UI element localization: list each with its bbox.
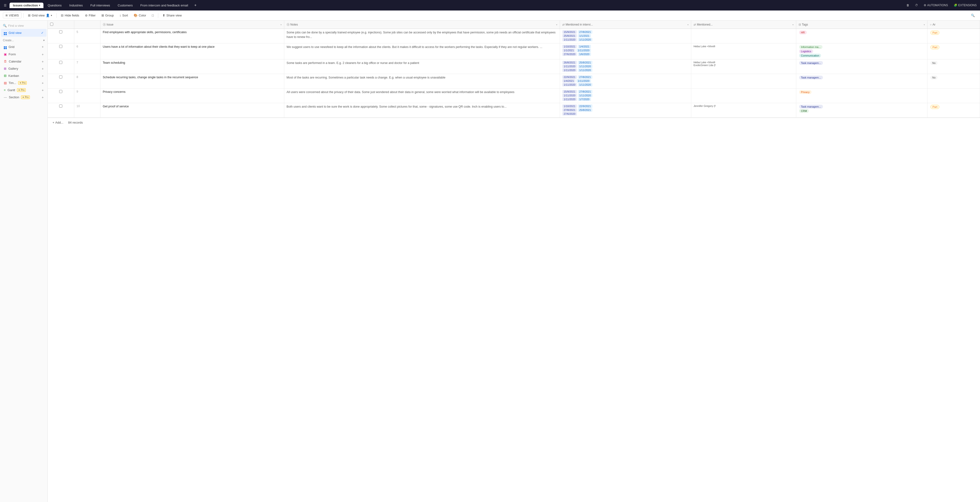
row-checkbox[interactable]	[59, 30, 62, 33]
tag-chip[interactable]: Task managem...	[799, 76, 823, 79]
row-checkbox-cell[interactable]	[48, 43, 74, 59]
row-notes-cell[interactable]: Most of the tasks are recurring. Sometim…	[284, 74, 560, 89]
row-mentioned2-cell[interactable]: Heba Luke <hhrefr	[691, 43, 796, 59]
sidebar-item-section[interactable]: — Section ✦ Pro +	[1, 94, 46, 101]
row-ar-cell[interactable]	[927, 89, 980, 103]
ar-chip[interactable]: No	[931, 76, 937, 79]
th-notes[interactable]: Ⓐ Notes ▾	[284, 21, 560, 29]
row-notes-cell[interactable]: Both users and clients want to be sure t…	[284, 103, 560, 118]
tag-chip[interactable]: Communication	[799, 54, 821, 57]
table-row[interactable]: 6Users have a lot of information about t…	[48, 43, 980, 59]
th-ar[interactable]: ○ Ar	[927, 21, 980, 29]
trash-button[interactable]: 🗑	[905, 3, 911, 7]
gantt-add-icon[interactable]: +	[42, 88, 44, 92]
row-checkbox-cell[interactable]	[48, 89, 74, 103]
row-checkbox-cell[interactable]	[48, 29, 74, 43]
row-mentioned1-cell[interactable]: 15/9/202127/8/20211/11/20201/11/20201/11…	[560, 89, 691, 103]
hide-fields-button[interactable]: ⊟ Hide fields	[59, 13, 82, 18]
calendar-add-icon[interactable]: +	[42, 60, 44, 64]
row-checkbox[interactable]	[59, 90, 62, 93]
sidebar-item-gallery[interactable]: ⊞ Gallery +	[1, 65, 46, 72]
row-tags-cell[interactable]: Privacy	[796, 89, 927, 103]
row-checkbox-cell[interactable]	[48, 59, 74, 74]
add-tab-button[interactable]: +	[192, 2, 198, 8]
select-all-checkbox[interactable]	[50, 23, 53, 26]
row-checkbox-cell[interactable]	[48, 74, 74, 89]
tag-chip[interactable]: Task managem...	[799, 61, 823, 65]
row-checkbox[interactable]	[59, 105, 62, 108]
row-mentioned1-cell[interactable]: 1/10/202122/9/202127/8/202125/8/202127/6…	[560, 103, 691, 118]
th-checkbox[interactable]	[48, 21, 74, 29]
row-mentioned2-cell[interactable]	[691, 89, 796, 103]
row-ar-cell[interactable]: Part	[927, 43, 980, 59]
table-row[interactable]: 8Schedule recurring tasks, change single…	[48, 74, 980, 89]
hamburger-icon[interactable]: ☰	[2, 3, 9, 8]
row-notes-cell[interactable]: Some jobs can be done by a specially tra…	[284, 29, 560, 43]
nav-tab-industries[interactable]: Industries	[66, 3, 86, 8]
nav-tab-fullinterviews[interactable]: Full interviews	[87, 3, 113, 8]
extensions-button[interactable]: 🧩 EXTENSIONS	[952, 3, 978, 7]
th-mentioned1[interactable]: ⇄ Mentioned in intervi... ▾	[560, 21, 691, 29]
sidebar-search[interactable]: 🔍 Find a view	[0, 22, 48, 29]
sidebar-item-form[interactable]: ▣ Form +	[1, 51, 46, 58]
section-add-icon[interactable]: +	[42, 95, 44, 99]
row-tags-cell[interactable]: Task managem...	[796, 74, 927, 89]
row-issue-cell[interactable]: Find employees with appropriate skills, …	[100, 29, 284, 43]
row-notes-cell[interactable]: We suggest users to use newsfeed to keep…	[284, 43, 560, 59]
sidebar-item-timeline[interactable]: ▤ Tim... ✦ Pro +	[1, 79, 46, 87]
sidebar-item-gantt[interactable]: ≡ Gantt ✦ Pro +	[1, 87, 46, 94]
tag-chip[interactable]: CRM	[799, 109, 809, 113]
th-mentioned2[interactable]: ⇄ Mentioned... ▾	[691, 21, 796, 29]
form-add-icon[interactable]: +	[42, 52, 44, 56]
group-button[interactable]: ⊞ Group	[99, 13, 116, 18]
tag-chip[interactable]: HR	[799, 30, 807, 34]
gallery-add-icon[interactable]: +	[42, 67, 44, 71]
nav-tab-questions[interactable]: Questions	[45, 3, 65, 8]
th-tags[interactable]: ⊟ Tags ▾	[796, 21, 927, 29]
tag-chip[interactable]: Logistics	[799, 49, 813, 53]
create-dropdown-icon[interactable]: ▾	[43, 39, 45, 42]
row-issue-cell[interactable]: Schedule recurring tasks, change single …	[100, 74, 284, 89]
timeline-add-icon[interactable]: +	[42, 81, 44, 85]
tag-chip[interactable]: Information ma...	[799, 45, 823, 49]
row-ar-cell[interactable]: Part	[927, 103, 980, 118]
sidebar-item-kanban[interactable]: ⊟ Kanban +	[1, 72, 46, 79]
row-issue-cell[interactable]: Privacy concerns	[100, 89, 284, 103]
kanban-add-icon[interactable]: +	[42, 74, 44, 78]
row-tags-cell[interactable]: Task managem...	[796, 59, 927, 74]
search-button[interactable]: 🔍	[969, 13, 977, 18]
row-issue-cell[interactable]: Users have a lot of information about th…	[100, 43, 284, 59]
row-mentioned2-cell[interactable]: Heba Luke <hhrefrExoticGreen Lda (f	[691, 59, 796, 74]
add-row-button[interactable]: + Add...	[51, 120, 65, 125]
row-mentioned2-cell[interactable]	[691, 74, 796, 89]
row-issue-cell[interactable]: Get proof of service	[100, 103, 284, 118]
sidebar-item-calendar[interactable]: 🗓 Calendar +	[1, 58, 46, 65]
row-issue-cell[interactable]: Team scheduling	[100, 59, 284, 74]
row-checkbox[interactable]	[59, 75, 62, 78]
row-mentioned2-cell[interactable]	[691, 29, 796, 43]
tag-chip[interactable]: Privacy	[799, 90, 811, 94]
ar-chip[interactable]: Part	[931, 105, 939, 109]
row-mentioned1-cell[interactable]: 15/9/202127/8/202125/8/20211/1/20211/11/…	[560, 29, 691, 43]
share-view-button[interactable]: ⬆ Share view	[160, 13, 184, 18]
row-checkbox[interactable]	[59, 61, 62, 64]
th-issue[interactable]: Ⓐ Issue ▾	[100, 21, 284, 29]
grid-view-button[interactable]: ⊞ Grid view 👤 ▾	[25, 13, 54, 18]
row-notes-cell[interactable]: All users were concerned about the priva…	[284, 89, 560, 103]
automations-button[interactable]: ⚙ AUTOMATIONS	[922, 3, 950, 7]
row-mentioned1-cell[interactable]: 26/8/202125/8/20211/11/20201/11/20201/11…	[560, 59, 691, 74]
ar-chip[interactable]: Part	[931, 45, 939, 49]
row-notes-cell[interactable]: Some tasks are performed in a team. E.g.…	[284, 59, 560, 74]
row-ar-cell[interactable]: Part	[927, 29, 980, 43]
color-button[interactable]: 🎨 Color	[131, 13, 148, 18]
screenshot-button[interactable]: □	[150, 13, 156, 18]
row-tags-cell[interactable]: HR	[796, 29, 927, 43]
sidebar-item-grid-view[interactable]: Grid view ✓	[1, 29, 46, 37]
sort-button[interactable]: ↕ Sort	[117, 13, 130, 18]
row-mentioned1-cell[interactable]: 1/10/20211/4/20211/1/20211/11/202027/6/2…	[560, 43, 691, 59]
row-checkbox[interactable]	[59, 45, 62, 48]
table-row[interactable]: 9Privacy concernsAll users were concerne…	[48, 89, 980, 103]
row-mentioned2-cell[interactable]: Jennifer Gregory (f	[691, 103, 796, 118]
ar-chip[interactable]: Part	[931, 30, 939, 35]
history-button[interactable]: ⏱	[914, 3, 920, 7]
